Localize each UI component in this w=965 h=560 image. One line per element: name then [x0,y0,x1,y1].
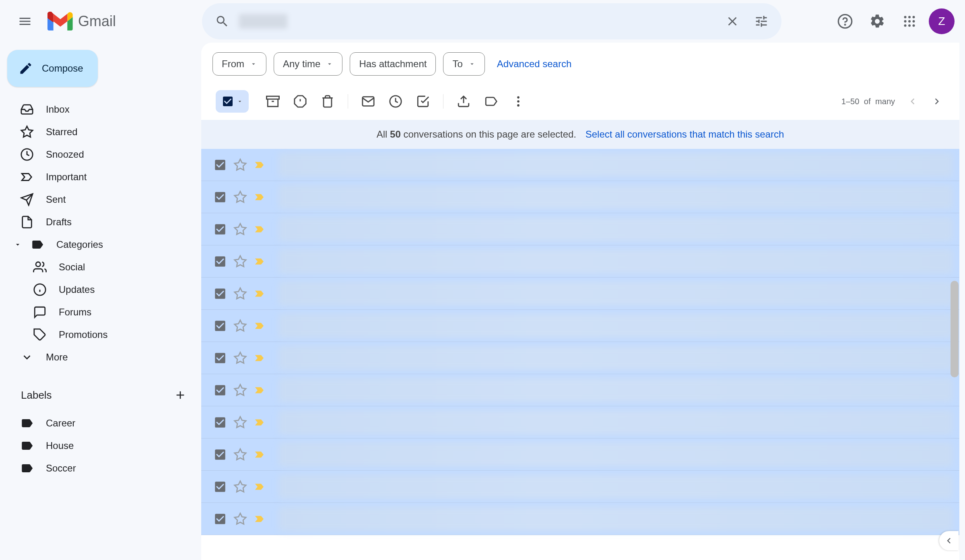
checkbox-checked-icon[interactable] [213,448,227,461]
nav-forums[interactable]: Forums [6,301,193,323]
important-marker-icon[interactable] [254,449,266,461]
svg-marker-31 [235,191,246,202]
mail-row[interactable] [201,181,959,213]
account-avatar[interactable]: Z [929,8,955,34]
important-marker-icon[interactable] [254,352,266,364]
archive-button[interactable] [260,89,286,114]
main-menu-button[interactable] [10,7,39,36]
compose-button[interactable]: Compose [7,50,98,87]
labels-header: Labels [6,378,201,412]
more-actions-button[interactable] [505,89,531,114]
search-button[interactable] [210,9,234,33]
checkbox-checked-icon[interactable] [213,158,227,172]
checkbox-checked-icon[interactable] [213,255,227,268]
star-outline-icon[interactable] [233,351,247,365]
mark-unread-button[interactable] [355,89,381,114]
important-marker-icon[interactable] [254,513,266,525]
google-apps-button[interactable] [897,8,922,34]
mail-row[interactable] [201,503,959,535]
settings-button[interactable] [864,8,890,34]
mail-row[interactable] [201,439,959,471]
filter-from[interactable]: From [212,52,266,76]
svg-marker-35 [235,320,246,331]
important-marker-icon[interactable] [254,320,266,332]
nav-drafts[interactable]: Drafts [6,211,193,233]
mail-row[interactable] [201,310,959,342]
delete-button[interactable] [315,89,340,114]
important-marker-icon[interactable] [254,255,266,268]
important-marker-icon[interactable] [254,481,266,493]
star-outline-icon[interactable] [233,480,247,494]
nav-sent[interactable]: Sent [6,188,193,211]
clear-search-button[interactable] [720,9,744,33]
checkbox-checked-icon[interactable] [213,416,227,429]
move-to-button[interactable] [451,89,476,114]
mail-row[interactable] [201,471,959,503]
star-outline-icon[interactable] [233,222,247,236]
star-outline-icon[interactable] [233,383,247,397]
label-house[interactable]: House [6,434,193,457]
checkbox-checked-icon[interactable] [213,319,227,333]
label-career[interactable]: Career [6,412,193,434]
snooze-button[interactable] [383,89,408,114]
checkbox-checked-icon[interactable] [213,383,227,397]
star-outline-icon[interactable] [233,319,247,333]
support-button[interactable] [832,8,858,34]
nav-starred[interactable]: Starred [6,121,193,143]
checkbox-checked-icon[interactable] [213,480,227,494]
search-options-button[interactable] [749,9,773,33]
nav-snoozed[interactable]: Snoozed [6,143,193,166]
star-outline-icon[interactable] [233,190,247,204]
labels-button[interactable] [478,89,504,114]
select-all-matching-link[interactable]: Select all conversations that match this… [586,129,784,140]
star-outline-icon[interactable] [233,512,247,526]
checkbox-checked-icon[interactable] [213,512,227,526]
mail-row[interactable] [201,374,959,406]
filter-has-attachment[interactable]: Has attachment [350,52,436,76]
important-marker-icon[interactable] [254,191,266,203]
nav-more[interactable]: More [6,346,193,369]
nav-updates[interactable]: Updates [6,278,193,301]
checkbox-checked-icon[interactable] [213,222,227,236]
report-spam-button[interactable] [287,89,313,114]
checkbox-checked-icon[interactable] [213,287,227,301]
gmail-logo[interactable]: Gmail [44,12,197,31]
important-marker-icon[interactable] [254,223,266,235]
label-soccer[interactable]: Soccer [6,457,193,480]
add-to-tasks-button[interactable] [410,89,436,114]
svg-marker-39 [235,449,246,459]
filter-to[interactable]: To [443,52,485,76]
checkbox-checked-icon[interactable] [213,351,227,365]
nav-inbox[interactable]: Inbox [6,98,193,121]
nav-social[interactable]: Social [6,256,193,278]
mail-row[interactable] [201,245,959,278]
important-marker-icon[interactable] [254,416,266,428]
nav-promotions[interactable]: Promotions [6,323,193,346]
star-outline-icon[interactable] [233,287,247,301]
mail-row[interactable] [201,149,959,181]
mail-row[interactable] [201,278,959,310]
select-all-checkbox[interactable] [216,90,249,113]
side-panel-toggle[interactable] [939,531,959,550]
important-marker-icon[interactable] [254,384,266,396]
caret-down-icon [468,60,476,68]
important-marker-icon[interactable] [254,159,266,171]
filter-any-time[interactable]: Any time [274,52,342,76]
newer-button[interactable] [901,90,924,113]
older-button[interactable] [926,90,948,113]
nav-categories[interactable]: Categories [6,233,193,256]
star-outline-icon[interactable] [233,448,247,461]
mail-row[interactable] [201,342,959,374]
nav-important[interactable]: Important [6,166,193,188]
checkbox-checked-icon[interactable] [213,190,227,204]
important-marker-icon[interactable] [254,288,266,300]
star-outline-icon[interactable] [233,158,247,172]
advanced-search-link[interactable]: Advanced search [492,58,576,70]
star-outline-icon[interactable] [233,416,247,429]
star-outline-icon[interactable] [233,255,247,268]
scrollbar-thumb[interactable] [951,281,959,377]
scrollbar[interactable] [950,281,959,560]
add-label-button[interactable] [171,386,189,404]
mail-row[interactable] [201,213,959,245]
mail-row[interactable] [201,406,959,439]
